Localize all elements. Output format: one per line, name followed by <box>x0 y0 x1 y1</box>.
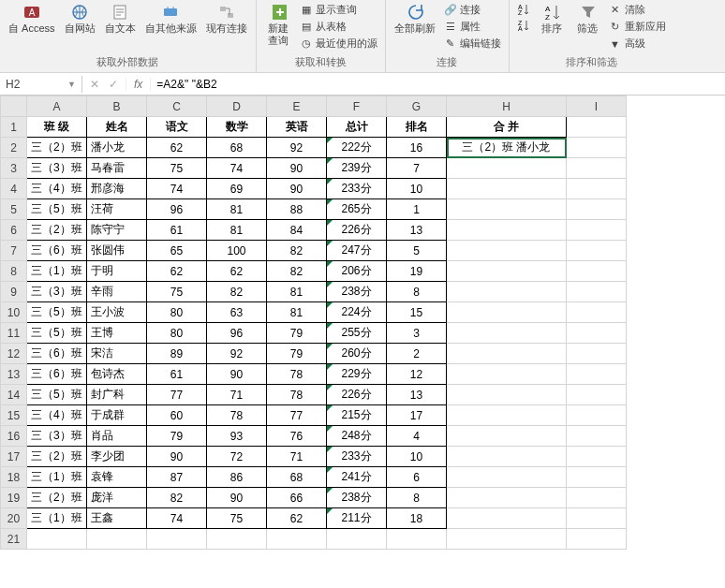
cell-E19[interactable]: 66 <box>267 488 327 508</box>
header-cell[interactable]: 排名 <box>387 117 447 138</box>
cell-B18[interactable]: 袁锋 <box>87 467 147 488</box>
cell-F13[interactable]: 229分 <box>327 364 387 385</box>
cell-E10[interactable]: 81 <box>267 302 327 323</box>
cell[interactable] <box>567 282 627 302</box>
sort-desc-button[interactable]: ZA <box>515 18 532 33</box>
cell[interactable] <box>567 302 627 323</box>
cell-B3[interactable]: 马春雷 <box>87 158 147 179</box>
cell-F19[interactable]: 238分 <box>327 488 387 508</box>
cell-C15[interactable]: 60 <box>147 405 207 426</box>
sort-asc-button[interactable]: AZ <box>515 2 532 17</box>
cell-G12[interactable]: 2 <box>387 344 447 364</box>
header-cell[interactable]: 班 级 <box>27 117 87 138</box>
cell-A17[interactable]: 三（2）班 <box>27 447 87 467</box>
cell[interactable] <box>567 467 627 488</box>
row-head-16[interactable]: 16 <box>1 426 27 447</box>
row-head-18[interactable]: 18 <box>1 467 27 488</box>
col-head-F[interactable]: F <box>327 96 387 117</box>
cell[interactable] <box>567 508 627 529</box>
cell-D5[interactable]: 81 <box>207 199 267 220</box>
cell[interactable] <box>567 364 627 385</box>
cell-D18[interactable]: 86 <box>207 467 267 488</box>
cell-F17[interactable]: 233分 <box>327 447 387 467</box>
cell[interactable] <box>567 199 627 220</box>
cell[interactable] <box>567 426 627 447</box>
cell[interactable] <box>567 179 627 199</box>
cell-C6[interactable]: 61 <box>147 220 207 241</box>
cell-C19[interactable]: 82 <box>147 488 207 508</box>
refresh-all-button[interactable]: 全部刷新 <box>392 2 438 37</box>
name-box[interactable]: H2 ▼ <box>0 76 82 93</box>
cell-G14[interactable]: 13 <box>387 385 447 405</box>
cell-D12[interactable]: 92 <box>207 344 267 364</box>
cell[interactable] <box>567 405 627 426</box>
cell-G8[interactable]: 19 <box>387 261 447 282</box>
cell-D7[interactable]: 100 <box>207 241 267 261</box>
cell-F14[interactable]: 226分 <box>327 385 387 405</box>
col-head-H[interactable]: H <box>447 96 567 117</box>
cell[interactable] <box>567 344 627 364</box>
cell-F3[interactable]: 239分 <box>327 158 387 179</box>
show-queries-item[interactable]: ▦显示查询 <box>298 2 379 18</box>
cell-C16[interactable]: 79 <box>147 426 207 447</box>
recent-sources-item[interactable]: ◷最近使用的源 <box>298 36 379 51</box>
cell-A4[interactable]: 三（4）班 <box>27 179 87 199</box>
row-head-4[interactable]: 4 <box>1 179 27 199</box>
col-head-E[interactable]: E <box>267 96 327 117</box>
cell[interactable] <box>147 529 207 550</box>
cell-B8[interactable]: 于明 <box>87 261 147 282</box>
header-cell[interactable]: 数学 <box>207 117 267 138</box>
cell-H13[interactable] <box>447 364 567 385</box>
cell-G6[interactable]: 13 <box>387 220 447 241</box>
cell-H5[interactable] <box>447 199 567 220</box>
cell-G4[interactable]: 10 <box>387 179 447 199</box>
cell-A18[interactable]: 三（1）班 <box>27 467 87 488</box>
advanced-item[interactable]: ▼高级 <box>607 36 668 51</box>
col-head-I[interactable]: I <box>567 96 627 117</box>
cell-G9[interactable]: 8 <box>387 282 447 302</box>
cell-C4[interactable]: 74 <box>147 179 207 199</box>
cell-A8[interactable]: 三（1）班 <box>27 261 87 282</box>
enter-icon[interactable]: ✓ <box>109 78 118 91</box>
col-head-D[interactable]: D <box>207 96 267 117</box>
cell-A19[interactable]: 三（2）班 <box>27 488 87 508</box>
cell-F8[interactable]: 206分 <box>327 261 387 282</box>
cell-F20[interactable]: 211分 <box>327 508 387 529</box>
cell-F7[interactable]: 247分 <box>327 241 387 261</box>
cell-C17[interactable]: 90 <box>147 447 207 467</box>
row-head-19[interactable]: 19 <box>1 488 27 508</box>
cell[interactable] <box>567 261 627 282</box>
row-head-15[interactable]: 15 <box>1 405 27 426</box>
cell-D4[interactable]: 69 <box>207 179 267 199</box>
cell-C2[interactable]: 62 <box>147 138 207 158</box>
row-head-8[interactable]: 8 <box>1 261 27 282</box>
row-head-17[interactable]: 17 <box>1 447 27 467</box>
cell[interactable] <box>567 117 627 138</box>
cell-A13[interactable]: 三（6）班 <box>27 364 87 385</box>
cell-B12[interactable]: 宋洁 <box>87 344 147 364</box>
existing-conn-button[interactable]: 现有连接 <box>203 2 250 37</box>
from-text-button[interactable]: 自文本 <box>102 2 139 37</box>
cell-C8[interactable]: 62 <box>147 261 207 282</box>
cell-F2[interactable]: 222分 <box>327 138 387 158</box>
new-query-button[interactable]: 新建 查询 <box>262 2 294 49</box>
cell-E11[interactable]: 79 <box>267 323 327 344</box>
row-head-3[interactable]: 3 <box>1 158 27 179</box>
cell-H18[interactable] <box>447 467 567 488</box>
cell[interactable] <box>567 241 627 261</box>
cell-E9[interactable]: 81 <box>267 282 327 302</box>
cell-F18[interactable]: 241分 <box>327 467 387 488</box>
cell-A5[interactable]: 三（5）班 <box>27 199 87 220</box>
cell-E14[interactable]: 78 <box>267 385 327 405</box>
cell-G17[interactable]: 10 <box>387 447 447 467</box>
cell-B13[interactable]: 包诗杰 <box>87 364 147 385</box>
cell-B6[interactable]: 陈守宁 <box>87 220 147 241</box>
header-cell[interactable]: 总计 <box>327 117 387 138</box>
cell-F6[interactable]: 226分 <box>327 220 387 241</box>
cell-G5[interactable]: 1 <box>387 199 447 220</box>
header-cell[interactable]: 英语 <box>267 117 327 138</box>
cell[interactable] <box>567 220 627 241</box>
from-access-button[interactable]: A 自 Access <box>6 2 58 37</box>
cell-F16[interactable]: 248分 <box>327 426 387 447</box>
cell-D16[interactable]: 93 <box>207 426 267 447</box>
